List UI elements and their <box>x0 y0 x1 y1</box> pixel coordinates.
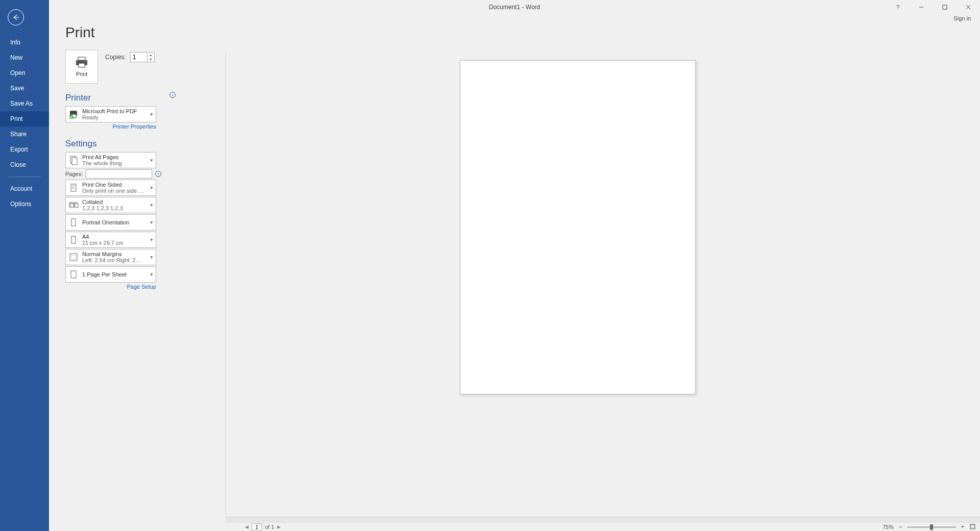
svg-point-7 <box>85 61 86 62</box>
sidebar-item-save[interactable]: Save <box>0 81 49 96</box>
sidebar-item-export[interactable]: Export <box>0 142 49 157</box>
page-preview <box>460 60 696 394</box>
zoom-out-button[interactable]: − <box>898 523 903 530</box>
collate-icon <box>68 199 79 211</box>
printer-name: Microsoft Print to PDF <box>82 108 137 114</box>
print-button[interactable]: Print <box>65 50 98 84</box>
paper-size-dropdown[interactable]: A421 cm x 29.7 cm ▼ <box>65 232 156 248</box>
zoom-slider[interactable] <box>907 526 956 528</box>
orientation-dropdown[interactable]: Portrait Orientation ▼ <box>65 214 156 231</box>
paper-icon <box>68 234 79 245</box>
one-page-icon <box>68 269 79 280</box>
next-page-button[interactable]: ▶ <box>277 524 281 529</box>
copies-stepper[interactable]: ▲▼ <box>130 52 155 62</box>
svg-rect-4 <box>78 57 85 60</box>
chevron-down-icon: ▼ <box>150 238 154 242</box>
sidebar-item-share[interactable]: Share <box>0 127 49 142</box>
fit-page-button[interactable] <box>969 523 976 531</box>
chevron-down-icon: ▼ <box>150 112 154 117</box>
printer-device-icon <box>68 109 79 120</box>
svg-rect-25 <box>71 271 76 278</box>
sidebar-item-account[interactable]: Account <box>0 181 49 196</box>
sidebar-item-options[interactable]: Options <box>0 196 49 212</box>
back-button[interactable] <box>8 9 24 26</box>
chevron-down-icon: ▼ <box>150 272 154 277</box>
print-button-label: Print <box>76 71 88 77</box>
zoom-controls: 75% − + <box>883 523 976 531</box>
page-nav: ◀ of 1 ▶ <box>245 523 281 530</box>
print-settings-panel: Print Print Copies: ▲▼ <box>65 24 176 531</box>
chevron-down-icon: ▼ <box>150 186 154 190</box>
margins-icon <box>68 251 79 263</box>
svg-rect-21 <box>71 219 76 226</box>
total-pages: of 1 <box>265 524 274 530</box>
chevron-down-icon: ▼ <box>150 203 154 208</box>
sidebar-item-new[interactable]: New <box>0 50 49 65</box>
svg-rect-23 <box>70 254 77 261</box>
sidebar-item-close[interactable]: Close <box>0 157 49 172</box>
horizontal-scrollbar[interactable] <box>226 517 980 523</box>
sidebar-item-saveas[interactable]: Save As <box>0 96 49 111</box>
page-title: Print <box>65 24 176 41</box>
page-setup-link[interactable]: Page Setup <box>65 284 156 290</box>
chevron-down-icon: ▼ <box>150 158 154 163</box>
sidebar-item-open[interactable]: Open <box>0 65 49 81</box>
chevron-down-icon: ▼ <box>150 255 154 260</box>
svg-rect-20 <box>75 204 78 208</box>
zoom-level: 75% <box>883 524 894 530</box>
printer-properties-link[interactable]: Printer Properties <box>65 123 156 130</box>
pages-input[interactable] <box>86 169 152 179</box>
svg-rect-13 <box>71 184 76 191</box>
sidebar-item-print[interactable]: Print <box>0 111 49 127</box>
status-bar: ◀ of 1 ▶ 75% − + <box>226 523 980 531</box>
print-range-dropdown[interactable]: Print All PagesThe whole thing ▼ <box>65 152 156 168</box>
backstage-sidebar: Info New Open Save Save As Print Share E… <box>0 0 49 531</box>
copies-input[interactable] <box>131 54 147 61</box>
zoom-in-button[interactable]: + <box>960 523 965 530</box>
margins-dropdown[interactable]: Normal MarginsLeft: 2.54 cm Right: 2.54 … <box>65 249 156 265</box>
current-page-input[interactable] <box>252 523 262 530</box>
sidebar-separator <box>8 176 41 177</box>
sides-dropdown[interactable]: Print One SidedOnly print on one side of… <box>65 180 156 196</box>
portrait-icon <box>68 217 79 228</box>
pages-icon <box>68 155 79 166</box>
one-sided-icon <box>68 182 79 193</box>
copies-label: Copies: <box>105 54 126 61</box>
svg-rect-12 <box>72 158 77 165</box>
main-content: Print Print Copies: ▲▼ <box>49 0 980 531</box>
printer-heading: Printer <box>65 93 91 103</box>
pages-per-sheet-dropdown[interactable]: 1 Page Per Sheet ▼ <box>65 266 156 283</box>
printer-icon <box>75 57 88 68</box>
pages-info-icon[interactable]: i <box>155 171 161 177</box>
printer-dropdown[interactable]: Microsoft Print to PDF Ready ▼ <box>65 106 156 122</box>
sidebar-item-info[interactable]: Info <box>0 35 49 50</box>
prev-page-button[interactable]: ◀ <box>245 524 249 529</box>
pages-label: Pages: <box>65 171 83 177</box>
settings-heading: Settings <box>65 139 176 149</box>
chevron-down-icon: ▼ <box>150 220 154 225</box>
printer-status: Ready <box>82 114 137 120</box>
svg-rect-6 <box>79 63 85 67</box>
print-preview-area <box>176 24 980 531</box>
collate-dropdown[interactable]: Collated1,2,3 1,2,3 1,2,3 ▼ <box>65 197 156 213</box>
svg-rect-18 <box>70 204 74 208</box>
printer-info-icon[interactable]: i <box>169 92 176 98</box>
svg-rect-22 <box>71 236 76 243</box>
copies-spin-arrows[interactable]: ▲▼ <box>147 53 154 62</box>
